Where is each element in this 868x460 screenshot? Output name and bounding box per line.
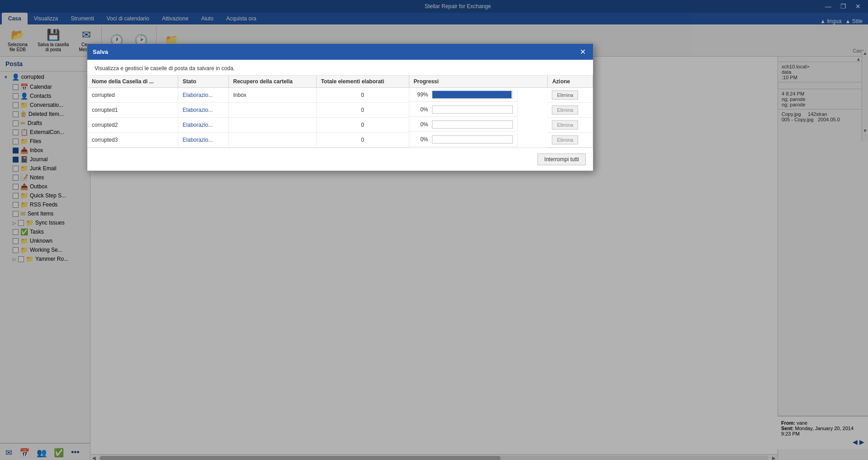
cell-azione: Elimina (547, 88, 593, 103)
progress-bar-container (432, 120, 513, 129)
elimina-button[interactable]: Elimina (552, 120, 578, 129)
cell-azione: Elimina (547, 103, 593, 118)
table-body: corruptedElaborazio...Inbox099%Eliminaco… (87, 88, 593, 148)
col-progressi[interactable]: Progressi (409, 76, 547, 88)
stato-link[interactable]: Elaborazio... (183, 107, 213, 113)
elimina-button[interactable]: Elimina (552, 91, 578, 100)
modal-titlebar: Salva ✕ (87, 44, 593, 60)
modal-title: Salva (93, 48, 108, 55)
cell-name: corrupted3 (87, 133, 178, 148)
cell-totale: 0 (316, 133, 409, 148)
progress-bar-container (432, 91, 513, 99)
cell-totale: 0 (316, 88, 409, 103)
table-row: corrupted3Elaborazio...00%Elimina (87, 133, 593, 148)
stato-link[interactable]: Elaborazio... (183, 122, 213, 128)
table-row: corrupted2Elaborazio...00%Elimina (87, 118, 593, 133)
cell-progressi: 0% (409, 133, 518, 147)
modal-description: Visualizza e gestisci le caselle di post… (87, 60, 593, 76)
col-azione[interactable]: Azione (547, 76, 593, 88)
cell-azione: Elimina (547, 133, 593, 148)
stato-link[interactable]: Elaborazio... (183, 92, 213, 98)
modal-close-button[interactable]: ✕ (578, 48, 588, 56)
progress-label: 0% (414, 136, 428, 143)
progress-bar-container (432, 135, 513, 144)
modal-dialog: Salva ✕ Visualizza e gestisci le caselle… (87, 43, 593, 171)
table-row: corruptedElaborazio...Inbox099%Elimina (87, 88, 593, 103)
col-cartella[interactable]: Recupero della cartella (228, 76, 316, 88)
progress-bar-container (432, 105, 513, 114)
col-stato[interactable]: Stato (178, 76, 228, 88)
col-totale[interactable]: Totale elementi elaborati (316, 76, 409, 88)
save-table: Nome della Casella di ... Stato Recupero… (87, 76, 593, 148)
modal-overlay: Salva ✕ Visualizza e gestisci le caselle… (0, 0, 868, 460)
cell-stato: Elaborazio... (178, 88, 228, 103)
cell-cartella (228, 103, 316, 118)
cell-cartella (228, 133, 316, 148)
cell-cartella (228, 118, 316, 133)
cell-cartella: Inbox (228, 88, 316, 103)
modal-body: Nome della Casella di ... Stato Recupero… (87, 76, 593, 148)
col-nome[interactable]: Nome della Casella di ... (87, 76, 178, 88)
cell-totale: 0 (316, 118, 409, 133)
cell-name: corrupted1 (87, 103, 178, 118)
progress-bar-fill (432, 91, 512, 98)
elimina-button[interactable]: Elimina (552, 105, 578, 115)
cell-progressi: 99% (409, 88, 518, 102)
cell-totale: 0 (316, 103, 409, 118)
progress-label: 0% (414, 106, 428, 113)
progress-label: 99% (414, 91, 428, 98)
cell-stato: Elaborazio... (178, 133, 228, 148)
cell-name: corrupted (87, 88, 178, 103)
interrompi-tutti-button[interactable]: Interrompi tutti (537, 153, 586, 165)
cell-azione: Elimina (547, 118, 593, 133)
modal-footer: Interrompi tutti (87, 148, 593, 171)
table-row: corrupted1Elaborazio...00%Elimina (87, 103, 593, 118)
table-header-row: Nome della Casella di ... Stato Recupero… (87, 76, 593, 88)
cell-stato: Elaborazio... (178, 103, 228, 118)
progress-label: 0% (414, 121, 428, 128)
elimina-button[interactable]: Elimina (552, 135, 578, 144)
stato-link[interactable]: Elaborazio... (183, 137, 213, 143)
cell-stato: Elaborazio... (178, 118, 228, 133)
cell-progressi: 0% (409, 118, 518, 132)
cell-progressi: 0% (409, 103, 518, 117)
cell-name: corrupted2 (87, 118, 178, 133)
